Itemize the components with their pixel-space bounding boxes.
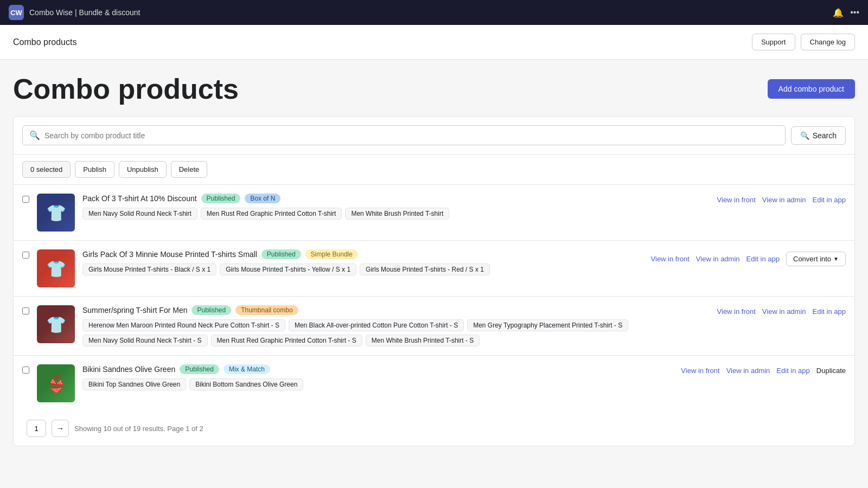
search-input-wrap: 🔍	[22, 125, 786, 145]
action-link[interactable]: Edit in app	[776, 367, 809, 375]
product-actions: View in frontView in adminEdit in app	[717, 194, 846, 204]
product-info: Girls Pack Of 3 Minnie Mouse Printed T-s…	[82, 249, 643, 275]
product-tags: Bikini Top Sandnes Olive GreenBikini Bot…	[82, 378, 673, 390]
topbar: CW Combo Wise | Bundle & discount 🔔 •••	[0, 0, 868, 25]
page-header-actions: Support Change log	[752, 34, 855, 50]
product-badge: Published	[201, 194, 241, 203]
product-tag: Bikini Bottom Sandnes Olive Green	[189, 378, 303, 390]
action-link[interactable]: View in admin	[762, 196, 806, 204]
action-link[interactable]: View in front	[681, 367, 719, 375]
product-tag: Men Navy Solid Round Neck T-shirt	[82, 208, 197, 220]
action-link[interactable]: View in admin	[696, 255, 740, 263]
product-actions: View in frontView in adminEdit in appDup…	[681, 364, 846, 375]
selected-count-button[interactable]: 0 selected	[22, 161, 71, 178]
next-page-button[interactable]: →	[52, 420, 69, 437]
product-name-row: Summer/spring T-shirt For MenPublishedTh…	[82, 305, 710, 315]
page-input[interactable]	[27, 420, 46, 437]
row-checkbox[interactable]	[22, 367, 29, 374]
product-tag: Herenow Men Maroon Printed Round Neck Pu…	[82, 319, 285, 331]
action-link[interactable]: Edit in app	[746, 255, 780, 263]
convert-into-button[interactable]: Convert into ▼	[786, 252, 846, 266]
product-image: 👕	[37, 249, 75, 287]
table-row: 👕Summer/spring T-shirt For MenPublishedT…	[14, 297, 854, 356]
publish-button[interactable]: Publish	[75, 161, 114, 178]
row-checkbox[interactable]	[22, 196, 29, 203]
action-link[interactable]: Edit in app	[813, 307, 846, 316]
app-icon: CW	[9, 5, 24, 20]
search-button[interactable]: 🔍 Search	[791, 126, 846, 145]
product-tag: Men White Brush Printed T-shirt	[345, 208, 449, 220]
product-tag: Girls Mouse Printed T-shirts - Red / S x…	[360, 264, 490, 275]
product-tag: Men Grey Typography Placement Printed T-…	[467, 319, 628, 331]
main-title-row: Combo products Add combo product	[13, 73, 855, 105]
product-badge: Thumbnail combo	[235, 305, 298, 315]
change-log-button[interactable]: Change log	[801, 34, 856, 50]
search-bar: 🔍 🔍 Search	[14, 117, 854, 155]
table-row: 👕Girls Pack Of 3 Minnie Mouse Printed T-…	[14, 241, 854, 297]
product-name-row: Bikini Sandnes Olive GreenPublishedMix &…	[82, 364, 673, 374]
product-badge: Published	[261, 249, 301, 259]
table-row: 👙Bikini Sandnes Olive GreenPublishedMix …	[14, 356, 854, 411]
product-info: Bikini Sandnes Olive GreenPublishedMix &…	[82, 364, 673, 390]
product-tag: Men Rust Red Graphic Printed Cotton T-sh…	[211, 335, 362, 346]
pagination: → Showing 10 out of 19 results. Page 1 o…	[14, 411, 854, 446]
main-content: Combo products Add combo product 🔍 🔍 Sea…	[0, 60, 868, 459]
product-name-row: Pack Of 3 T-shirt At 10% DiscountPublish…	[82, 194, 710, 203]
delete-button[interactable]: Delete	[171, 161, 208, 178]
product-tag: Men Navy Solid Round Neck T-shirt - S	[82, 335, 208, 346]
bulk-actions: 0 selected Publish Unpublish Delete	[14, 155, 854, 185]
products-list: 👕Pack Of 3 T-shirt At 10% DiscountPublis…	[14, 185, 854, 411]
product-tag: Men Rust Red Graphic Printed Cotton T-sh…	[201, 208, 342, 220]
row-checkbox[interactable]	[22, 252, 29, 259]
product-info: Pack Of 3 T-shirt At 10% DiscountPublish…	[82, 194, 710, 220]
page-heading: Combo products	[13, 73, 239, 105]
search-icon: 🔍	[29, 130, 40, 140]
product-name: Bikini Sandnes Olive Green	[82, 365, 175, 374]
product-image: 👙	[37, 364, 75, 402]
product-badge: Box of N	[245, 194, 280, 203]
product-actions: View in frontView in adminEdit in appCon…	[651, 249, 846, 266]
product-tags: Girls Mouse Printed T-shirts - Black / S…	[82, 264, 643, 275]
topbar-right: 🔔 •••	[833, 8, 859, 18]
action-link[interactable]: View in admin	[762, 307, 806, 316]
duplicate-button[interactable]: Duplicate	[816, 367, 846, 375]
product-name: Pack Of 3 T-shirt At 10% Discount	[82, 194, 197, 203]
page-header-title: Combo products	[13, 37, 76, 47]
product-badge: Published	[192, 305, 231, 315]
unpublish-button[interactable]: Unpublish	[119, 161, 167, 178]
search-icon-btn: 🔍	[800, 131, 809, 140]
support-button[interactable]: Support	[752, 34, 795, 50]
action-link[interactable]: View in front	[651, 255, 690, 263]
product-name: Girls Pack Of 3 Minnie Mouse Printed T-s…	[82, 250, 257, 259]
pagination-info: Showing 10 out of 19 results. Page 1 of …	[74, 425, 203, 433]
product-tags: Men Navy Solid Round Neck T-shirtMen Rus…	[82, 208, 710, 220]
product-tag: Men White Brush Printed T-shirt - S	[366, 335, 480, 346]
action-link[interactable]: View in admin	[726, 367, 770, 375]
search-input[interactable]	[44, 131, 778, 140]
product-info: Summer/spring T-shirt For MenPublishedTh…	[82, 305, 710, 346]
product-badge: Simple Bundle	[305, 249, 358, 259]
page-header: Combo products Support Change log	[0, 25, 868, 60]
app-title: Combo Wise | Bundle & discount	[29, 8, 140, 17]
product-name-row: Girls Pack Of 3 Minnie Mouse Printed T-s…	[82, 249, 643, 259]
action-link[interactable]: View in front	[717, 196, 756, 204]
product-tag: Bikini Top Sandnes Olive Green	[82, 378, 186, 390]
topbar-left: CW Combo Wise | Bundle & discount	[9, 5, 140, 20]
product-badge: Mix & Match	[224, 364, 270, 374]
bell-icon[interactable]: 🔔	[833, 8, 844, 18]
more-icon[interactable]: •••	[850, 8, 859, 17]
product-badge: Published	[180, 364, 219, 374]
table-row: 👕Pack Of 3 T-shirt At 10% DiscountPublis…	[14, 185, 854, 241]
row-checkbox[interactable]	[22, 307, 29, 314]
product-image: 👕	[37, 194, 75, 232]
product-tag: Girls Mouse Printed T-shirts - Yellow / …	[220, 264, 356, 275]
add-combo-product-button[interactable]: Add combo product	[768, 79, 855, 99]
action-link[interactable]: Edit in app	[813, 196, 846, 204]
product-image: 👕	[37, 305, 75, 343]
action-link[interactable]: View in front	[717, 307, 756, 316]
product-name: Summer/spring T-shirt For Men	[82, 306, 187, 314]
product-tag: Girls Mouse Printed T-shirts - Black / S…	[82, 264, 216, 275]
product-actions: View in frontView in adminEdit in app	[717, 305, 846, 316]
product-tag: Men Black All-over-printed Cotton Pure C…	[289, 319, 464, 331]
products-card: 🔍 🔍 Search 0 selected Publish Unpublish …	[13, 116, 855, 446]
